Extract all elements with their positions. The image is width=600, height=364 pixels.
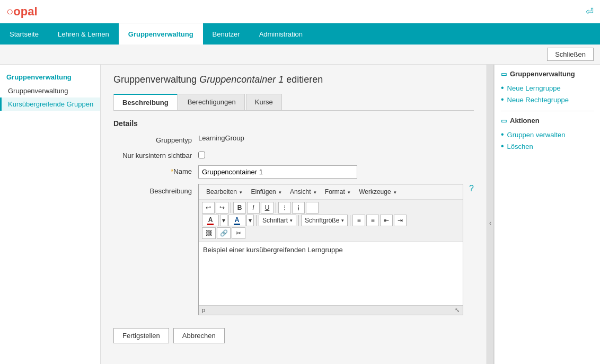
section-title: Details bbox=[113, 119, 474, 128]
toggle-aktionen[interactable]: ▭ bbox=[501, 117, 507, 125]
sep5 bbox=[350, 215, 350, 226]
bg-color-button[interactable]: A bbox=[228, 215, 245, 226]
header: ○opal ⏎ bbox=[0, 0, 600, 23]
help-icon[interactable]: ? bbox=[469, 184, 474, 193]
tab-kurse[interactable]: Kurse bbox=[246, 94, 282, 110]
tab-beschreibung[interactable]: Beschreibung bbox=[113, 94, 178, 110]
gruppentyp-value: LearningGroup bbox=[198, 134, 474, 142]
editor-menu-format[interactable]: Format ▾ bbox=[321, 187, 355, 197]
content-area: Gruppenverwaltung Gruppencontainer 1 edi… bbox=[101, 65, 487, 364]
tabs: Beschreibung Berechtigungen Kurse bbox=[113, 94, 474, 111]
sep4 bbox=[298, 215, 299, 226]
schriftgrosse-dropdown[interactable]: Schriftgröße ▾ bbox=[301, 215, 348, 226]
bullet-icon: • bbox=[501, 84, 504, 92]
align-left-button[interactable]: ⁝ bbox=[278, 202, 291, 214]
indent-decrease-button[interactable]: ⇤ bbox=[380, 215, 393, 226]
sep1 bbox=[231, 202, 231, 213]
editor-menu-werkzeuge[interactable]: Werkzeuge ▾ bbox=[355, 187, 401, 197]
sidebar-heading: Gruppenverwaltung bbox=[0, 70, 100, 84]
main-layout: Gruppenverwaltung Gruppenverwaltung Kurs… bbox=[0, 65, 600, 364]
right-link-loschen[interactable]: • Löschen bbox=[501, 140, 594, 152]
name-row: *Name bbox=[113, 165, 474, 179]
kursintern-label: Nur kursintern sichtbar bbox=[113, 149, 198, 159]
logo: ○opal bbox=[6, 5, 38, 19]
nav-administration[interactable]: Administration bbox=[250, 23, 312, 45]
sep2 bbox=[276, 202, 276, 213]
editor-status: p ⤡ bbox=[199, 305, 463, 315]
align-center-button[interactable]: ⁞ bbox=[292, 202, 305, 214]
kursintern-value bbox=[198, 149, 474, 160]
editor-toolbar-row2: A ▾ A ▾ bbox=[202, 215, 460, 226]
sidebar-item-gruppenverwaltung[interactable]: Gruppenverwaltung bbox=[0, 84, 100, 97]
indent-increase-button[interactable]: ⇥ bbox=[394, 215, 407, 226]
beschreibung-row: Beschreibung Bearbeiten ▾ Einfügen ▾ Ans… bbox=[113, 184, 474, 315]
main-nav: Startseite Lehren & Lernen Gruppenverwal… bbox=[0, 23, 600, 45]
collapse-arrow[interactable]: ‹ bbox=[487, 65, 494, 364]
editor-toolbar: ↩ ↪ B I U ⁝ ⁞ bbox=[199, 200, 463, 242]
list-ol-button[interactable]: ≡ bbox=[366, 215, 379, 226]
page-title: Gruppenverwaltung Gruppencontainer 1 edi… bbox=[113, 74, 474, 85]
close-button[interactable]: Schließen bbox=[547, 48, 594, 61]
nav-gruppenverwaltung[interactable]: Gruppenverwaltung bbox=[119, 23, 203, 45]
bullet-icon: • bbox=[501, 130, 504, 139]
right-divider bbox=[501, 111, 594, 111]
right-link-gruppen-verwalten[interactable]: • Gruppen verwalten bbox=[501, 129, 594, 140]
right-link-neue-rechtegruppe[interactable]: • Neue Rechtegruppe bbox=[501, 94, 594, 105]
bg-color-arrow[interactable]: ▾ bbox=[246, 215, 254, 226]
editor-toolbar-row1: ↩ ↪ B I U ⁝ ⁞ bbox=[202, 202, 460, 214]
bullet-icon: • bbox=[501, 142, 504, 150]
beschreibung-label: Beschreibung bbox=[113, 184, 198, 195]
italic-button[interactable]: I bbox=[247, 202, 260, 214]
right-section-gruppenverwaltung: ▭ Gruppenverwaltung bbox=[501, 70, 594, 78]
name-value bbox=[198, 165, 474, 179]
underline-button[interactable]: U bbox=[261, 202, 273, 214]
right-panel: ▭ Gruppenverwaltung • Neue Lerngruppe • … bbox=[494, 65, 600, 364]
nav-lehren[interactable]: Lehren & Lernen bbox=[48, 23, 119, 45]
right-section-aktionen: ▭ Aktionen bbox=[501, 117, 594, 125]
gruppentyp-label: Gruppentyp bbox=[113, 134, 198, 144]
editor-menu-einfugen[interactable]: Einfügen ▾ bbox=[246, 187, 286, 197]
toggle-gruppenverwaltung[interactable]: ▭ bbox=[501, 70, 507, 78]
tab-berechtigungen[interactable]: Berechtigungen bbox=[179, 94, 245, 110]
name-label: *Name bbox=[113, 165, 198, 175]
resize-handle[interactable]: ⤡ bbox=[455, 307, 460, 314]
list-ul-button[interactable]: ≡ bbox=[352, 215, 365, 226]
sep3 bbox=[256, 215, 257, 226]
editor-wrapper: Bearbeiten ▾ Einfügen ▾ Ansicht ▾ Format… bbox=[198, 184, 463, 315]
insert-image-button[interactable]: 🖼 bbox=[202, 227, 216, 239]
font-color-arrow[interactable]: ▾ bbox=[220, 215, 227, 226]
bullet-icon: • bbox=[501, 95, 504, 104]
right-link-neue-lerngruppe[interactable]: • Neue Lerngruppe bbox=[501, 82, 594, 94]
schriftart-dropdown[interactable]: Schriftart ▾ bbox=[259, 215, 296, 226]
sidebar: Gruppenverwaltung Gruppenverwaltung Kurs… bbox=[0, 65, 101, 364]
name-input[interactable] bbox=[198, 165, 357, 179]
undo-button[interactable]: ↩ bbox=[202, 202, 215, 214]
logout-button[interactable]: ⏎ bbox=[586, 6, 594, 17]
editor-menu-bearbeiten[interactable]: Bearbeiten ▾ bbox=[202, 187, 246, 197]
fertigstellen-button[interactable]: Fertigstellen bbox=[113, 328, 169, 343]
editor-content[interactable]: Beispiel einer kursübergreifenden Lerngr… bbox=[199, 242, 463, 305]
toolbar-row: Schließen bbox=[0, 45, 600, 65]
kursintern-row: Nur kursintern sichtbar bbox=[113, 149, 474, 160]
logo-circle: ○ bbox=[6, 5, 13, 18]
beschreibung-editor: Bearbeiten ▾ Einfügen ▾ Ansicht ▾ Format… bbox=[198, 184, 465, 315]
nav-startseite[interactable]: Startseite bbox=[0, 23, 48, 45]
editor-toolbar-row3: 🖼 🔗 ✂ bbox=[202, 227, 460, 239]
nav-benutzer[interactable]: Benutzer bbox=[203, 23, 250, 45]
editor-menubar: Bearbeiten ▾ Einfügen ▾ Ansicht ▾ Format… bbox=[199, 184, 463, 200]
editor-menu-ansicht[interactable]: Ansicht ▾ bbox=[286, 187, 321, 197]
gruppentyp-row: Gruppentyp LearningGroup bbox=[113, 134, 474, 144]
font-color-button[interactable]: A bbox=[202, 215, 219, 226]
abbrechen-button[interactable]: Abbrechen bbox=[173, 328, 225, 343]
sidebar-item-kursubergreifende[interactable]: Kursübergreifende Gruppen bbox=[0, 97, 100, 111]
insert-link-button[interactable]: 🔗 bbox=[217, 227, 231, 239]
align-right-button[interactable] bbox=[306, 202, 319, 214]
insert-special-button[interactable]: ✂ bbox=[232, 227, 245, 239]
redo-button[interactable]: ↪ bbox=[216, 202, 228, 214]
bold-button[interactable]: B bbox=[233, 202, 246, 214]
editor-path: p bbox=[202, 307, 205, 314]
kursintern-checkbox[interactable] bbox=[198, 152, 205, 158]
action-buttons: Fertigstellen Abbrechen bbox=[113, 328, 474, 343]
